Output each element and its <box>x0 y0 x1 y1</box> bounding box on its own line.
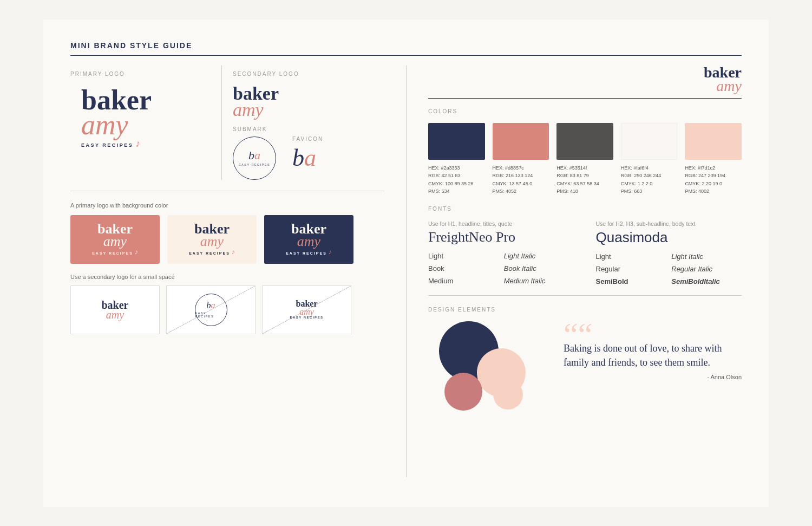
swatch-peach-info: HEX: #f7d1c2RGB: 247 209 194CMYK: 2 20 1… <box>685 164 742 196</box>
submark-favicon-row: SUBMARK ba EASY RECIPES <box>233 126 384 180</box>
small-submark-circle: ba EASY RECIPES <box>195 294 227 326</box>
primary-logo-label: PRIMARY LOGO <box>70 71 211 77</box>
font-left-name: FreightNeo Pro <box>428 229 574 245</box>
favicon-display: ba <box>292 146 323 170</box>
swatch-col-3: HEX: #53514fRGB: 83 81 79CMYK: 63 57 58 … <box>556 123 613 196</box>
fw-regular-italic-2: Regular Italic <box>671 264 742 274</box>
circle-peach-small <box>493 380 523 410</box>
submark-area: SUBMARK ba EASY RECIPES <box>233 126 276 180</box>
small-submark-a: a <box>211 301 215 310</box>
fonts-cols: Use for H1, headline, titles, quote Frei… <box>428 220 742 287</box>
logo-swirl: ♪ <box>135 138 140 150</box>
secondary-logo-amy: amy <box>233 102 264 119</box>
circle-rose <box>444 373 482 411</box>
submark-ba: ba <box>239 150 270 161</box>
submark-b: b <box>248 148 254 162</box>
fonts-section: FONTS Use for H1, headline, titles, quot… <box>428 206 742 296</box>
main-layout: PRIMARY LOGO baker amy EASY RECIPES ♪ SE… <box>70 66 742 477</box>
swatch-gray <box>556 123 613 160</box>
swatch-col-5: HEX: #f7d1c2RGB: 247 209 194CMYK: 2 20 1… <box>685 123 742 196</box>
bg-logos-desc: A primary logo with background color <box>70 202 384 209</box>
left-column: PRIMARY LOGO baker amy EASY RECIPES ♪ SE… <box>70 66 384 477</box>
small-logo-baker: baker <box>102 300 129 310</box>
swatch-salmon-info: HEX: #d8857cRGB: 216 133 124CMYK: 13 57 … <box>493 164 549 196</box>
small-logo-secondary: baker amy EASY RECIPES <box>262 285 351 334</box>
submark-label: SUBMARK <box>233 126 276 132</box>
favicon-label: FAVICON <box>292 136 323 142</box>
logos-section: PRIMARY LOGO baker amy EASY RECIPES ♪ SE… <box>70 66 384 191</box>
secondary-logo-display: baker amy <box>233 86 384 119</box>
fw-regular-2: Regular <box>596 264 666 274</box>
design-elements-content: ““ Baking is done out of love, to share … <box>428 321 742 416</box>
fw-light-1: Light <box>428 251 499 261</box>
swatch-navy-info: HEX: #2a3353RGB: 42 51 83CMYK: 100 89 35… <box>428 164 485 196</box>
quote-text: Baking is done out of love, to share wit… <box>564 342 742 369</box>
design-elements-label: DESIGN ELEMENTS <box>428 307 742 313</box>
secondary-logo-label: SECONDARY LOGO <box>233 71 384 77</box>
page-title: MINI BRAND STYLE GUIDE <box>70 41 742 50</box>
bg-logo-salmon-swirl: ♪ <box>135 248 138 256</box>
right-column: baker amy COLORS HEX: #2a3353RGB: 42 51 … <box>406 66 742 477</box>
swatch-gray-info: HEX: #53514fRGB: 83 81 79CMYK: 63 57 58 … <box>556 164 613 196</box>
colors-section: COLORS HEX: #2a3353RGB: 42 51 83CMYK: 10… <box>428 108 742 196</box>
primary-logo-display: baker amy EASY RECIPES ♪ <box>81 88 211 150</box>
small-logo-amy: amy <box>106 310 124 320</box>
bg-logo-salmon: baker amy EASY RECIPES ♪ <box>70 215 160 264</box>
small-submark-ba: ba <box>207 301 215 310</box>
small-logo-text: baker amy <box>70 285 160 334</box>
font-right-name: Quasimoda <box>596 229 742 246</box>
bg-logo-cream-swirl: ♪ <box>232 248 235 256</box>
design-elements-section: DESIGN ELEMENTS ““ Baking is done out of… <box>428 307 742 416</box>
swatch-peach <box>685 123 742 160</box>
fw-semibold-italic-2: SemiBoldItalic <box>671 276 742 287</box>
bg-logo-navy-tagline: EASY RECIPES <box>286 251 327 255</box>
fonts-label: FONTS <box>428 206 742 212</box>
small-secondary-amy: amy <box>299 308 314 316</box>
right-header: baker amy <box>428 66 742 93</box>
fw-light-2: Light <box>596 251 666 262</box>
colors-label: COLORS <box>428 108 742 114</box>
bg-logo-navy-amy: amy <box>297 235 320 248</box>
bg-logo-cream-tagline: EASY RECIPES <box>189 251 230 255</box>
swatch-col-1: HEX: #2a3353RGB: 42 51 83CMYK: 100 89 35… <box>428 123 485 196</box>
header-logo-baker: baker <box>704 66 742 79</box>
bg-logos-section: A primary logo with background color bak… <box>70 202 384 264</box>
favicon-b: b <box>292 145 304 171</box>
submark-text: EASY RECIPES <box>239 163 270 166</box>
small-logos-desc: Use a secondary logo for a small space <box>70 274 384 280</box>
bg-logo-navy-swirl: ♪ <box>329 248 332 256</box>
fw-book-italic-1: Book Italic <box>504 263 574 274</box>
top-divider <box>70 55 742 56</box>
font-right-use: Use for H2, H3, sub-headline, body text <box>596 220 742 227</box>
bg-logo-navy: baker amy EASY RECIPES ♪ <box>264 215 353 264</box>
favicon-a: a <box>304 145 316 171</box>
swatch-salmon <box>493 123 549 160</box>
submark-a: a <box>254 148 260 162</box>
fw-semibold-2: SemiBold <box>596 276 666 287</box>
fw-medium-1: Medium <box>428 276 499 286</box>
font-left-weights: Light Light Italic Book Book Italic Medi… <box>428 251 574 286</box>
secondary-logo-box: SECONDARY LOGO baker amy SUBMARK ba <box>222 66 384 180</box>
favicon-area: FAVICON ba <box>292 136 323 170</box>
font-col-right: Use for H2, H3, sub-headline, body text … <box>596 220 742 287</box>
bg-logo-salmon-tagline: EASY RECIPES <box>92 251 133 255</box>
fw-book-1: Book <box>428 263 499 274</box>
swatch-col-2: HEX: #d8857cRGB: 216 133 124CMYK: 13 57 … <box>493 123 549 196</box>
quote-area: ““ Baking is done out of love, to share … <box>558 321 742 416</box>
swatch-col-4: HEX: #faf6f4RGB: 250 246 244CMYK: 1 2 2 … <box>621 123 678 196</box>
swatch-offwhite-info: HEX: #faf6f4RGB: 250 246 244CMYK: 1 2 2 … <box>621 164 678 196</box>
small-logos-section: Use a secondary logo for a small space b… <box>70 274 384 334</box>
submark-circle: ba EASY RECIPES <box>233 137 276 180</box>
primary-logo-tagline: EASY RECIPES <box>81 142 133 148</box>
fw-medium-italic-1: Medium Italic <box>504 276 574 286</box>
primary-logo-amy: amy <box>81 113 128 138</box>
small-secondary-tagline: EASY RECIPES <box>290 316 323 319</box>
swatch-offwhite <box>621 123 678 160</box>
small-logos-row: baker amy ba EASY RECIPES <box>70 285 384 334</box>
quote-author: - Anna Olson <box>564 374 742 380</box>
bg-logo-salmon-amy: amy <box>103 235 127 248</box>
font-left-use: Use for H1, headline, titles, quote <box>428 220 574 227</box>
fw-light-italic-2: Light Italic <box>671 251 742 262</box>
right-divider <box>428 98 742 99</box>
small-logo-submark: ba EASY RECIPES <box>166 285 256 334</box>
